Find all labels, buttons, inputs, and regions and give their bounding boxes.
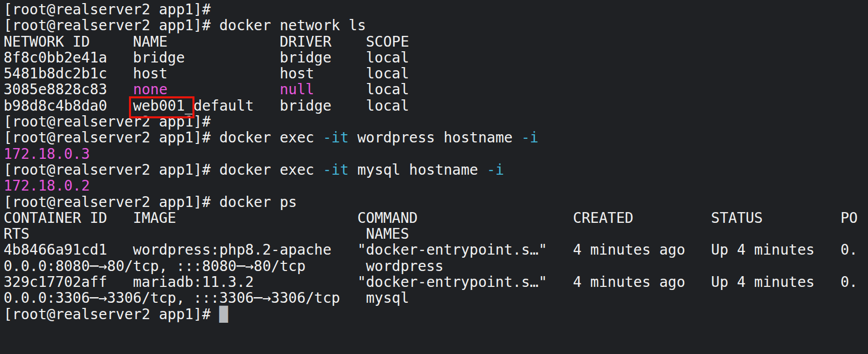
terminal-line: [root@realserver2 app1]# docker ps <box>4 194 868 210</box>
terminal-text: -i <box>487 161 504 178</box>
terminal-line: b98d8c4b8da0 web001_default bridge local <box>4 98 868 114</box>
terminal-line: 172.18.0.3 <box>4 146 868 162</box>
terminal-text: [root@realserver2 app1]# <box>4 113 211 130</box>
cursor: █ <box>219 306 228 323</box>
terminal-text: 8f8c0bb2e41a bridge bridge local <box>4 49 409 66</box>
terminal-text: NETWORK ID NAME DRIVER SCOPE <box>4 33 409 50</box>
terminal-text: mysql hostname <box>349 161 487 178</box>
terminal-line: 329c17702aff mariadb:11.3.2 "docker-entr… <box>4 274 868 290</box>
terminal-line: [root@realserver2 app1]# <box>4 2 868 17</box>
terminal-line: [root@realserver2 app1]# <box>4 114 868 130</box>
terminal-text: b98d8c4b8da0 <box>4 97 133 114</box>
terminal-text: [root@realserver2 app1]# docker exec <box>4 129 323 146</box>
terminal-text: [root@realserver2 app1]# docker ps <box>4 194 297 211</box>
terminal-text: none <box>133 81 167 98</box>
terminal-line: 3085e8828c83 none null local <box>4 81 868 97</box>
terminal-line: 8f8c0bb2e41a bridge bridge local <box>4 50 868 66</box>
terminal-text: -i <box>521 129 538 146</box>
terminal-text: 172.18.0.3 <box>4 145 90 162</box>
terminal-text: null <box>279 81 314 98</box>
terminal-text: [root@realserver2 app1]# <box>4 1 211 18</box>
highlight-box: web001_ <box>133 97 193 114</box>
terminal-output[interactable]: [root@realserver2 app1]#[root@realserver… <box>0 0 868 354</box>
terminal-line: 0.0.0:3306─→3306/tcp, :::3306─→3306/tcp … <box>4 290 868 306</box>
terminal-text: default bridge local <box>193 97 409 114</box>
terminal-line: [root@realserver2 app1]# docker network … <box>4 17 868 33</box>
terminal-text: 0.0.0:3306─→3306/tcp, :::3306─→3306/tcp … <box>4 289 409 306</box>
terminal-line: [root@realserver2 app1]# docker exec -it… <box>4 130 868 145</box>
terminal-text <box>167 81 279 98</box>
terminal-text: [root@realserver2 app1]# docker exec <box>4 161 323 178</box>
terminal-line: CONTAINER ID IMAGE COMMAND CREATED STATU… <box>4 210 868 226</box>
terminal-line: NETWORK ID NAME DRIVER SCOPE <box>4 34 868 50</box>
terminal-text: CONTAINER ID IMAGE COMMAND CREATED STATU… <box>4 210 858 226</box>
terminal-line: 4b8466a91cd1 wordpress:php8.2-apache "do… <box>4 242 868 258</box>
terminal-text: wordpress hostname <box>349 129 521 146</box>
terminal-text: [root@realserver2 app1]# <box>4 306 219 323</box>
terminal-text: 172.18.0.2 <box>4 177 90 194</box>
terminal-text: RTS NAMES <box>4 225 409 242</box>
terminal-text: 4b8466a91cd1 wordpress:php8.2-apache "do… <box>4 241 858 258</box>
terminal-line: 0.0.0:8080─→80/tcp, :::8080─→80/tcp word… <box>4 258 868 274</box>
terminal-text: -it <box>323 161 349 178</box>
terminal-line: 5481b8dc2b1c host host local <box>4 66 868 81</box>
terminal-text: 3085e8828c83 <box>4 81 133 98</box>
terminal-text: -it <box>323 129 349 146</box>
terminal-line: 172.18.0.2 <box>4 178 868 194</box>
terminal-line: [root@realserver2 app1]# █ <box>4 306 868 322</box>
terminal-text: 329c17702aff mariadb:11.3.2 "docker-entr… <box>4 274 858 290</box>
terminal-text: 0.0.0:8080─→80/tcp, :::8080─→80/tcp word… <box>4 258 444 275</box>
terminal-line: [root@realserver2 app1]# docker exec -it… <box>4 162 868 178</box>
terminal-line: RTS NAMES <box>4 226 868 242</box>
terminal-text: 5481b8dc2b1c host host local <box>4 65 409 82</box>
terminal-text: [root@realserver2 app1]# docker network … <box>4 17 366 34</box>
terminal-text: local <box>314 81 409 98</box>
